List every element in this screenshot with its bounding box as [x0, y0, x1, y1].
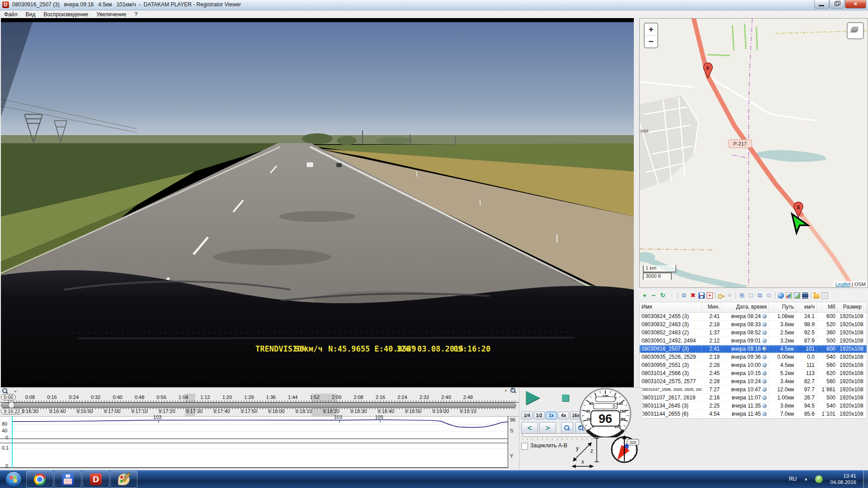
add-file-icon[interactable]: +	[641, 292, 649, 299]
key-icon[interactable]	[718, 292, 724, 299]
column-header-0[interactable]: Имя	[640, 302, 702, 312]
zone-stack-icon[interactable]: ⧉	[756, 292, 764, 299]
cut-icon[interactable]: ✕	[726, 292, 734, 299]
google-earth-icon[interactable]	[778, 292, 784, 299]
zone-add-icon[interactable]: ⊞	[738, 292, 746, 299]
map-layers-button[interactable]	[847, 22, 864, 39]
timeline-zoom-out-icon[interactable]	[2, 388, 7, 393]
file-row[interactable]: 08030959_2551 (3)2:28вчера 10:004.5км111…	[640, 361, 867, 370]
column-header-3[interactable]: Путь	[769, 302, 796, 312]
chart-icon[interactable]	[786, 292, 792, 299]
refresh-icon[interactable]: ↻	[659, 292, 667, 299]
video-panel[interactable]: TRENDVISION 96км/ч N:45.9655 E:40.0549 3…	[1, 18, 634, 387]
taskbar-chrome-button[interactable]	[26, 471, 53, 488]
clock-tick: 9:18:40	[377, 408, 394, 414]
minimize-button[interactable]	[814, 0, 829, 9]
scroll-right-icon[interactable]: ▸	[505, 388, 507, 393]
file-row[interactable]: 08031024_2575, 25772:28вчера 10:243.4км8…	[640, 378, 867, 386]
speed-button-4x[interactable]: 4x	[558, 412, 569, 419]
copy-icon[interactable]: ⧉	[680, 292, 688, 299]
show-desktop-button[interactable]	[863, 470, 868, 488]
file-row[interactable]: 08031047_2598, 2600, 2605, 26097:27вчера…	[640, 386, 867, 394]
axis-label: 80	[2, 421, 7, 427]
clock-time-ruler[interactable]: 9:16:229:16:309:16:409:16:509:17:009:17:…	[0, 408, 519, 417]
column-header-2[interactable]: Дата, время	[722, 302, 769, 312]
tray-clock[interactable]: 13:41 04.08.2016	[830, 473, 856, 485]
file-row[interactable]: 08030852_2483 (2)1:37вчера 08:522.5км92.…	[640, 329, 867, 337]
menu-item-1[interactable]: Вид	[22, 11, 40, 18]
menu-item-0[interactable]: Файл	[0, 11, 22, 18]
scroll-left-icon[interactable]: ◂	[14, 389, 16, 394]
map-panel[interactable]: Р-217 F S кая + − 1 km 3000 ft Leaflet |…	[639, 18, 868, 288]
folder-icon[interactable]	[813, 294, 820, 299]
taskbar-paint-button[interactable]	[110, 471, 137, 488]
track-tick: 2:08	[354, 394, 363, 400]
playhead-cursor[interactable]	[12, 416, 13, 468]
column-header-5[interactable]: Мб	[817, 302, 838, 312]
speed-button-1x[interactable]: 1x	[546, 412, 557, 419]
snapshot-icon[interactable]	[707, 292, 713, 299]
video-export-icon[interactable]	[802, 292, 808, 299]
clock-tick: 9:17:40	[213, 408, 230, 414]
zone-icon[interactable]: □	[747, 292, 755, 299]
file-row[interactable]: 08030901_2492, 24942:12вчера 09:013.2км8…	[640, 337, 867, 345]
gps-track-icon	[762, 338, 767, 343]
file-row[interactable]: 08030832_2463 (3)2:18вчера 08:333.8км98.…	[640, 321, 867, 329]
gps-track-icon	[762, 355, 767, 359]
loop-ab-checkbox[interactable]	[521, 443, 528, 450]
close-button[interactable]: ✕	[845, 0, 866, 9]
image-export-icon[interactable]	[794, 292, 800, 299]
report-icon[interactable]	[821, 292, 828, 299]
taskbar-save-app-button[interactable]	[54, 471, 81, 488]
taskbar-datakam-button[interactable]: D	[82, 471, 109, 488]
leaflet-link[interactable]: Leaflet	[835, 282, 850, 287]
column-header-4[interactable]: км/ч	[796, 302, 817, 312]
more-icon[interactable]: ·	[668, 292, 676, 299]
track-tick: 0:32	[91, 394, 100, 400]
delete-icon[interactable]: ✖	[689, 292, 697, 299]
speed-button-1-2[interactable]: 1/2	[533, 412, 545, 419]
tray-expand-icon[interactable]: ▲	[804, 477, 808, 481]
file-row[interactable]: 08031014_2566 (3)2:45вчера 10:155.2км113…	[640, 370, 867, 378]
timeline-panel[interactable]: ◂ ▸ 0:000:080:160:240:320:400:480:561:04…	[0, 387, 519, 470]
next-file-button[interactable]: >	[539, 422, 556, 434]
toolbar-separator	[678, 292, 678, 299]
tray-antivirus-icon[interactable]	[815, 475, 823, 483]
map-zoom-in-button[interactable]: +	[645, 23, 657, 36]
column-header-6[interactable]: Размер	[838, 302, 864, 312]
stop-button[interactable]: ■	[561, 389, 570, 406]
graph-area[interactable]: 103103105804000,10	[0, 416, 508, 469]
file-row[interactable]: 08031107_2617, 26192:16вчера 11:071.00км…	[640, 394, 867, 402]
remove-file-icon[interactable]: −	[650, 292, 658, 299]
track-time-ruler[interactable]: 0:000:080:160:240:320:400:480:561:041:12…	[0, 394, 519, 403]
prev-file-button[interactable]: <	[521, 422, 538, 434]
odometer-value: 0	[613, 404, 615, 409]
menu-item-3[interactable]: Увеличение	[92, 11, 130, 18]
start-button[interactable]	[5, 471, 22, 488]
file-row[interactable]: 08030824_2455 (3)2:41вчера 08:241.08км24…	[640, 313, 867, 321]
clock-tick: 9:16:30	[22, 408, 38, 414]
file-row[interactable]: 08030935_2526, 25292:19вчера 09:360.00км…	[640, 353, 867, 361]
file-row[interactable]: 08031144_2655 (6)4:54вчера 11:457.0км85.…	[640, 410, 867, 418]
zone-multi-icon[interactable]: ⧉	[765, 292, 773, 299]
svg-text:60: 60	[589, 401, 594, 406]
g-sensor-axes: y z x	[567, 432, 605, 470]
track-tick: 0:56	[156, 394, 166, 400]
language-indicator[interactable]: RU	[789, 476, 797, 482]
column-header-1[interactable]: Мин.	[702, 302, 722, 312]
track-tick: 2:24	[397, 394, 407, 400]
save-icon[interactable]	[698, 292, 705, 299]
track-tick: 0:48	[135, 394, 144, 400]
system-tray: RU ▲ 13:41 04.08.2016	[789, 470, 863, 488]
play-button[interactable]: ▶	[526, 386, 540, 407]
restore-button[interactable]	[830, 0, 844, 9]
menu-item-4[interactable]: ?	[130, 11, 142, 18]
track-tick: 2:16	[376, 394, 385, 400]
speed-button-1-4[interactable]: 1/4	[521, 412, 533, 419]
file-row[interactable]: 08030916_2507 (3)2:41вчера 09:164.5км101…	[640, 345, 867, 353]
menu-item-2[interactable]: Воспроизведение	[39, 11, 92, 18]
timeline-zoom-in-icon[interactable]	[510, 388, 515, 393]
axis-z-label: z	[590, 448, 593, 454]
map-zoom-out-button[interactable]: −	[645, 36, 657, 47]
file-row[interactable]: 08031134_2645 (3)2:25вчера 11:353.8км94.…	[640, 402, 867, 410]
